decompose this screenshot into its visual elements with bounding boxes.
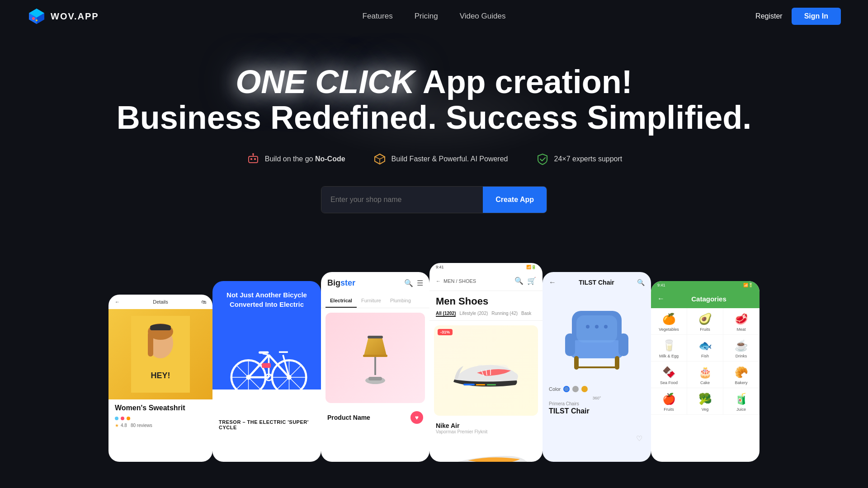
category-seafood[interactable]: 🍫 Sea Food [651,361,687,388]
category-drinks[interactable]: ☕ Drinks [723,335,760,361]
color-dot-blue[interactable] [115,417,118,420]
category-cake[interactable]: 🎂 Cake [687,361,723,388]
svg-rect-60 [487,384,496,385]
color-gray[interactable] [572,386,579,392]
category-label-milk: Milk & Egg [659,354,679,358]
veg-icon: 🥦 [698,393,712,405]
chair-image [542,293,651,383]
back-icon: ← [436,278,441,284]
category-extra1[interactable]: 🍎 Fruits [651,388,687,415]
product-name-bar: Product Name ♥ [321,408,429,427]
svg-text:HEY!: HEY! [151,371,170,380]
category-milk[interactable]: 🥛 Milk & Egg [651,335,687,361]
fish-icon: 🐟 [698,339,712,352]
svg-line-42 [263,354,269,355]
fashion-product-name: Women's Sweatshrit [115,404,206,412]
category-extra3[interactable]: 🧃 Juice [723,388,760,415]
logo[interactable]: WOV.APP [27,7,99,26]
category-label-drinks: Drinks [736,354,747,358]
nav-video-guides[interactable]: Video Guides [460,12,506,21]
filter-bask[interactable]: Bask [521,311,531,317]
juice-icon: 🧃 [735,393,748,405]
fashion-product-image: HEY! [108,309,212,399]
milk-icon: 🥛 [662,339,676,352]
logo-text: WOV.APP [51,11,99,22]
feature-badges: Build on the go No-Code Build Faster & P… [9,152,859,166]
chair-search-icon[interactable]: 🔍 [637,279,645,286]
chair-favorite-button[interactable]: ♡ [634,433,645,444]
categories-status-bar: 9:41 📶🔋 [651,281,760,289]
color-blue[interactable] [563,386,570,392]
svg-rect-66 [618,333,628,356]
seafood-icon: 🍫 [662,366,676,379]
category-label-fish: Fish [701,354,709,358]
svg-rect-6 [249,156,258,163]
category-fish[interactable]: 🐟 Fish [687,335,723,361]
shoes-search-icon[interactable]: 🔍 [514,277,524,285]
color-gold[interactable] [581,386,588,392]
hero-title: ONE CLICK App creation! Business Redefin… [9,64,859,136]
search-icon[interactable]: 🔍 [404,279,413,287]
register-button[interactable]: Register [755,12,783,20]
vegetables-icon: 🍊 [662,313,676,325]
logo-icon [27,7,46,26]
electrical-product-image [326,313,425,403]
category-bakery[interactable]: 🥐 Bakery [723,361,760,388]
tab-plumbing[interactable]: Plumbing [386,294,415,308]
filter-lifestyle[interactable]: Lifestyle (202) [459,311,488,317]
tab-furniture[interactable]: Furniture [357,294,386,308]
shop-name-input[interactable] [321,187,483,213]
bicycle-tagline: Not Just Another Bicycle Converted Into … [212,281,321,315]
filter-running[interactable]: Running (42) [491,311,518,317]
shoes-arrow-icon[interactable]: → [529,438,536,446]
shoes-back-nav[interactable]: ← MEN / SHOES [436,278,476,284]
svg-rect-8 [254,158,256,160]
nav-pricing[interactable]: Pricing [415,12,438,21]
fashion-bag-icon: 🛍 [201,299,206,305]
signin-button[interactable]: Sign In [792,8,841,25]
create-app-button[interactable]: Create App [483,187,547,213]
categories-grid: 🍊 Vegetables 🥑 Fruits 🥩 Meat 🥛 Milk & Eg… [651,308,760,415]
chair-header: ← TILST Chair 🔍 [542,272,651,293]
filter-all[interactable]: All (1202) [436,311,456,317]
svg-rect-19 [148,332,153,357]
nav-features[interactable]: Features [363,12,393,21]
search-container: Create App [321,186,547,213]
svg-point-4 [32,17,35,20]
category-label-fruits: Fruits [700,327,710,332]
category-fruits[interactable]: 🥑 Fruits [687,308,723,335]
robot-icon [246,152,260,166]
card-bicycle: Not Just Another Bicycle Converted Into … [212,281,321,462]
hero-subtitle: Business Redefined. Success Simplified. [117,99,751,136]
category-meat[interactable]: 🥩 Meat [723,308,760,335]
chair-title: TILST Chair [579,279,614,286]
shoes-product-name1: Nike Air [436,422,536,429]
fashion-back-icon: ← [115,299,120,305]
category-vegetables[interactable]: 🍊 Vegetables [651,308,687,335]
svg-rect-51 [374,357,376,375]
shoes-info: Nike Air Vapormax Premier Flyknit [429,420,542,436]
fashion-rating-value: 4.8 [121,423,127,428]
cake-icon: 🎂 [698,366,712,379]
chair-product-name: TILST Chair [542,406,651,416]
badge-ai: Build Faster & Powerful. AI Powered [373,152,508,166]
category-extra2[interactable]: 🥦 Veg [687,388,723,415]
fashion-label: Women's Sweatshrit [108,399,212,414]
shoes-cart-icon[interactable]: 🛒 [527,277,536,285]
svg-rect-46 [262,363,271,368]
badge-ai-text: Build Faster & Powerful. AI Powered [392,155,508,163]
badge-nocode-text: Build on the go No-Code [265,155,345,163]
tab-electrical[interactable]: Electrical [326,294,357,308]
category-label-vegetables: Vegetables [659,327,679,332]
favorite-button[interactable]: ♥ [410,411,423,424]
svg-rect-49 [368,336,383,338]
color-dot-orange[interactable] [127,417,130,420]
chair-colors: Color [542,383,651,395]
menu-icon[interactable]: ☰ [417,279,423,287]
fashion-top-bar: ← Details 🛍 [108,295,212,309]
color-dot-red[interactable] [121,417,124,420]
category-label-bakery: Bakery [735,380,747,385]
chair-back-icon[interactable]: ← [549,278,556,286]
apple-icon: 🍎 [662,393,676,405]
cat-back-icon[interactable]: ← [657,295,665,303]
